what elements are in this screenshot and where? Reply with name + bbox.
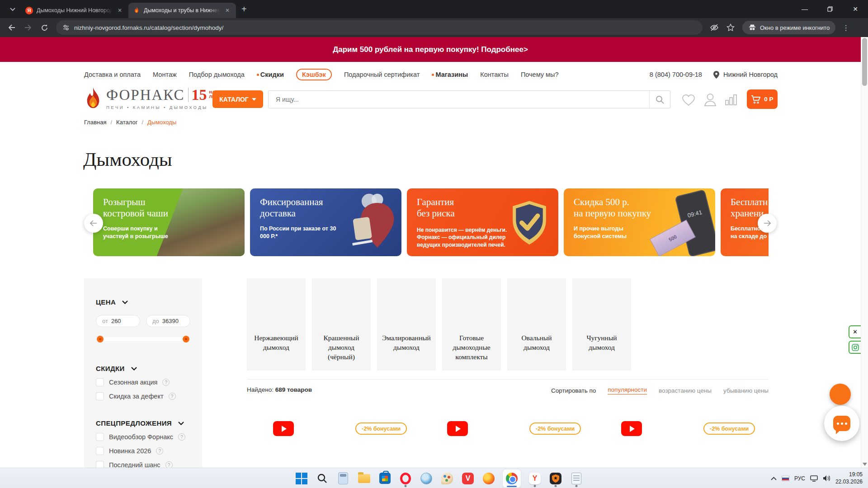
- category-ready-kits[interactable]: Готовые дымоходные комплекты: [442, 278, 501, 371]
- banner-fire-bowl-raffle[interactable]: Розыгрышкостровой чаши Соверши покупку и…: [93, 188, 245, 256]
- browser-menu-button[interactable]: ⋮: [840, 23, 852, 32]
- language-flag-icon[interactable]: [782, 476, 789, 481]
- tab-inactive[interactable]: Я Дымоходы Нижний Новгород ✕: [21, 3, 128, 18]
- instagram-widget-button[interactable]: [849, 341, 861, 354]
- scrollbar-thumb[interactable]: [862, 38, 867, 86]
- carousel-prev-button[interactable]: [84, 214, 103, 233]
- help-icon[interactable]: ?: [169, 393, 176, 400]
- filter-option-last-chance[interactable]: Последний шанс ?: [96, 461, 190, 468]
- url-bar[interactable]: nizhniy-novgorod.fornaks.ru/catalog/sect…: [56, 20, 703, 35]
- checkbox[interactable]: [96, 447, 104, 455]
- help-chat-button[interactable]: [830, 384, 851, 405]
- nav-certificate[interactable]: Подарочный сертификат: [344, 71, 420, 78]
- video-review-badge[interactable]: [621, 421, 642, 436]
- help-icon[interactable]: ?: [162, 379, 170, 386]
- checkbox[interactable]: [96, 378, 104, 386]
- tab-active[interactable]: Дымоходы и трубы в Нижнем ✕: [128, 3, 236, 18]
- category-cast-iron[interactable]: Чугунный дымоход: [572, 278, 631, 371]
- price-to-input[interactable]: до 36390: [146, 315, 190, 327]
- filter-option-defect[interactable]: Скидка за дефект ?: [96, 392, 190, 400]
- breadcrumb-catalog[interactable]: Каталог: [116, 119, 137, 126]
- tab-close-icon[interactable]: ✕: [223, 6, 231, 14]
- language-indicator[interactable]: РУС: [794, 475, 805, 482]
- slider-handle-min[interactable]: [97, 336, 104, 343]
- phone-number[interactable]: 8 (804) 700-09-18: [650, 71, 702, 78]
- taskbar-vivaldi[interactable]: V: [461, 469, 475, 488]
- nav-cashback[interactable]: Кэшбэк: [296, 69, 332, 80]
- taskbar-yandex-browser[interactable]: Y: [528, 469, 542, 488]
- network-icon[interactable]: [810, 475, 818, 482]
- social-widget-close-button[interactable]: ✕: [849, 325, 861, 338]
- filter-discounts-header[interactable]: СКИДКИ: [96, 365, 190, 372]
- compare-button[interactable]: [723, 92, 739, 108]
- sort-by-price-asc[interactable]: возрастанию цены: [659, 387, 712, 394]
- filter-special-header[interactable]: СПЕЦПРЕДЛОЖЕНИЯ: [96, 419, 190, 427]
- category-painted-black[interactable]: Крашенный дымоход (чёрный): [312, 278, 371, 371]
- search-submit[interactable]: [649, 91, 670, 108]
- checkbox[interactable]: [96, 433, 104, 441]
- volume-icon[interactable]: [823, 475, 830, 482]
- cart-button[interactable]: 0 Р: [747, 89, 778, 109]
- taskbar-notepad[interactable]: [570, 469, 583, 488]
- taskbar-chrome-active[interactable]: [503, 469, 521, 488]
- tab-search-button[interactable]: [6, 3, 19, 16]
- promo-banner[interactable]: Дарим 500 рублей на первую покупку! Подр…: [0, 37, 861, 62]
- sort-by-price-desc[interactable]: убыванию цены: [723, 387, 769, 394]
- filter-option-season[interactable]: Сезонная акция ?: [96, 378, 190, 386]
- tab-close-icon[interactable]: ✕: [116, 6, 124, 14]
- category-stainless[interactable]: Нержавеющий дымоход: [247, 278, 306, 371]
- product-card[interactable]: -2% бонусами: [247, 399, 421, 468]
- taskbar-firefox[interactable]: [482, 469, 495, 488]
- slider-handle-max[interactable]: [183, 336, 189, 343]
- nav-delivery[interactable]: Доставка и оплата: [84, 71, 141, 78]
- help-icon[interactable]: ?: [178, 433, 185, 441]
- back-button[interactable]: [5, 20, 19, 35]
- scrollbar-down-arrow[interactable]: [863, 463, 867, 466]
- banner-fixed-delivery[interactable]: Фиксированнаядоставка По России при зака…: [250, 188, 401, 256]
- taskbar-paint-app[interactable]: [440, 469, 454, 488]
- restore-button[interactable]: [817, 0, 843, 18]
- password-eye-button[interactable]: [707, 20, 722, 35]
- minimize-button[interactable]: —: [792, 0, 817, 18]
- taskbar-microsoft-store[interactable]: [378, 469, 392, 488]
- price-slider[interactable]: [96, 337, 190, 341]
- filter-option-new[interactable]: Новинка 2026 ?: [96, 447, 190, 455]
- product-card[interactable]: -2% бонусами: [421, 399, 595, 468]
- clock[interactable]: 19:05 22.03.2026: [835, 471, 863, 485]
- tray-expand-icon[interactable]: [771, 477, 777, 480]
- video-review-badge[interactable]: [447, 421, 468, 436]
- checkbox[interactable]: [96, 461, 104, 468]
- nav-shops[interactable]: Магазины: [432, 71, 468, 78]
- chat-widget-button[interactable]: [824, 406, 859, 441]
- taskbar-globe-browser[interactable]: [420, 469, 433, 488]
- category-oval[interactable]: Овальный дымоход: [507, 278, 566, 371]
- carousel-next-button[interactable]: [758, 214, 777, 233]
- reload-button[interactable]: [37, 20, 52, 35]
- new-tab-button[interactable]: +: [241, 4, 247, 14]
- help-icon[interactable]: ?: [165, 461, 173, 468]
- taskbar-calculator[interactable]: [336, 469, 350, 488]
- banner-first-purchase-discount[interactable]: 09:41 500 Скидка 500 р.на первую покупку…: [564, 188, 715, 256]
- nav-skidki[interactable]: Скидки: [257, 71, 284, 78]
- catalog-button[interactable]: КАТАЛОГ: [212, 90, 263, 108]
- product-card[interactable]: -2% бонусами: [595, 399, 769, 468]
- logo[interactable]: ФОРНАКС 15 НАМ ЛЕТ ПЕЧИ • КАМИНЫ • ДЫМОХ…: [84, 88, 218, 112]
- filter-option-video[interactable]: Видеообзор Форнакс ?: [96, 433, 190, 441]
- search-input[interactable]: [269, 96, 649, 103]
- taskbar-guard-app[interactable]: [549, 469, 562, 488]
- category-enameled[interactable]: Эмалированный дымоход: [377, 278, 436, 371]
- taskbar-search-button[interactable]: [316, 469, 329, 488]
- banner-no-risk-warranty[interactable]: Гарантиябез риска Не понравится — вернём…: [407, 188, 558, 256]
- breadcrumb-home[interactable]: Главная: [84, 119, 106, 126]
- bookmark-star-button[interactable]: [723, 20, 738, 35]
- help-icon[interactable]: ?: [156, 447, 163, 455]
- price-from-input[interactable]: от 260: [96, 315, 140, 327]
- taskbar-opera[interactable]: [399, 469, 412, 488]
- incognito-badge[interactable]: Окно в режиме инкогнито: [742, 21, 835, 34]
- nav-montazh[interactable]: Монтаж: [153, 71, 177, 78]
- nav-why-us[interactable]: Почему мы?: [521, 71, 559, 78]
- favorites-button[interactable]: [681, 92, 696, 108]
- close-window-button[interactable]: ✕: [843, 0, 868, 18]
- page-scrollbar[interactable]: [861, 37, 868, 468]
- city-selector[interactable]: Нижний Новгород: [723, 71, 778, 78]
